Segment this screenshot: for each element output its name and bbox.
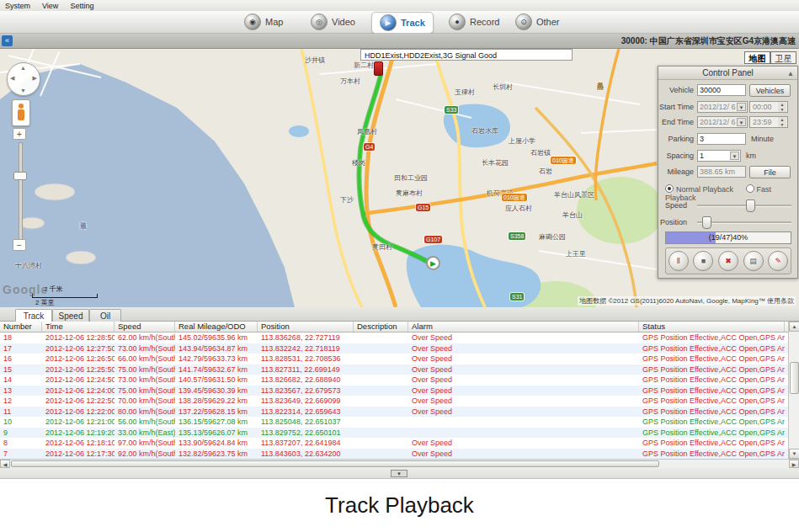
end-date-combo[interactable]: 2012/12/ 6▼ [697, 116, 748, 128]
end-time-spinner[interactable]: 23:59▲▼ [749, 116, 788, 128]
map-button[interactable]: ◉ Map [237, 12, 290, 32]
scroll-right-icon[interactable]: ▶ [789, 460, 799, 468]
column-header-status[interactable]: Status [639, 322, 785, 332]
road-shield: S31 [510, 293, 524, 301]
start-date-combo[interactable]: 2012/12/ 6▼ [697, 101, 748, 113]
zoom-in-button[interactable]: + [13, 128, 26, 140]
cell-description [354, 364, 408, 375]
column-header-description[interactable]: Description [354, 322, 408, 332]
cancel-button[interactable]: ✖ [718, 251, 738, 271]
column-header-speed[interactable]: Speed [115, 322, 175, 332]
table-row[interactable]: 112012-12-06 12:22:0080.00 km/h(South)13… [0, 407, 788, 418]
tab-track[interactable]: Track [15, 309, 52, 322]
chevron-down-icon[interactable]: ▼ [737, 103, 746, 111]
speed-slider-thumb[interactable] [746, 200, 755, 212]
table-row[interactable]: 122012-12-06 12:22:5070.00 km/h(South)13… [0, 396, 788, 407]
table-vertical-scrollbar[interactable]: ▲ ▼ [788, 322, 799, 459]
cell-mileage: 140.57/59631.50 km [175, 375, 258, 386]
map-icon: ◉ [244, 13, 261, 30]
route-start-icon[interactable]: ▶ [426, 256, 440, 270]
scroll-left-icon[interactable]: ◀ [0, 460, 10, 468]
control-panel-title: Control Panel▲ [658, 66, 797, 80]
save-button[interactable]: ▤ [743, 251, 764, 271]
spacing-combo[interactable]: 1▼ [697, 150, 741, 162]
track-button[interactable]: ▶ Track [371, 12, 434, 34]
vehicles-button[interactable]: Vehicles [749, 84, 791, 97]
column-header-time[interactable]: Time [42, 322, 115, 332]
pan-down-icon[interactable]: ▼ [20, 88, 26, 93]
radio-off-icon[interactable] [746, 184, 754, 193]
road-shield: 010国道 [502, 194, 527, 201]
table-row[interactable]: 142012-12-06 12:24:5073.00 km/h(South)14… [0, 375, 788, 386]
pegman-icon[interactable] [12, 99, 30, 126]
vehicle-marker-icon[interactable] [374, 61, 383, 76]
column-header-real-mileage-odo[interactable]: Real Mileage/ODO [175, 322, 258, 332]
parking-input[interactable]: 3 [697, 133, 746, 145]
column-header-position[interactable]: Position [258, 322, 354, 332]
zoom-slider-track[interactable] [19, 142, 23, 240]
pan-up-icon[interactable]: ▲ [20, 65, 26, 71]
edit-button[interactable]: ✎ [768, 251, 788, 271]
chevron-down-icon[interactable]: ▼ [730, 152, 739, 160]
hscroll-thumb[interactable] [11, 460, 659, 467]
spinner-arrows-icon[interactable]: ▲▼ [778, 117, 786, 127]
map-type-map-button[interactable]: 地图 [744, 51, 770, 64]
vehicle-label: Vehicle [658, 86, 694, 94]
stop-button[interactable]: ■ [693, 251, 713, 271]
scroll-up-icon[interactable]: ▲ [789, 322, 799, 332]
tab-oil[interactable]: Oil [89, 309, 121, 322]
menu-setting[interactable]: Setting [70, 2, 93, 10]
cell-position: 113.822314, 22.659643 [258, 407, 354, 418]
pan-left-icon[interactable]: ◀ [10, 75, 14, 82]
table-row[interactable]: 162012-12-06 12:26:5066.00 km/h(South)14… [0, 354, 788, 364]
spinner-arrows-icon[interactable]: ▲▼ [778, 102, 786, 112]
zoom-out-button[interactable]: − [13, 239, 26, 251]
speed-slider-track[interactable] [697, 205, 791, 207]
table-horizontal-scrollbar[interactable]: ◀ ▶ [0, 459, 799, 468]
chevron-down-icon[interactable]: ▼ [737, 118, 746, 126]
map-type-satellite-button[interactable]: 卫星 [770, 51, 796, 64]
record-button[interactable]: ● Record [441, 12, 507, 32]
map-label: 玉律村 [455, 88, 475, 97]
collapse-icon[interactable]: « [2, 35, 13, 46]
scroll-down-icon[interactable]: ▼ [789, 449, 799, 459]
zoom-slider-handle[interactable] [13, 172, 27, 180]
expander-button[interactable]: ▼ [391, 470, 407, 477]
column-header-alarm[interactable]: Alarm [408, 322, 639, 332]
menu-view[interactable]: View [42, 2, 58, 10]
position-slider-thumb[interactable] [702, 216, 711, 229]
menu-system[interactable]: System [5, 2, 30, 10]
vscroll-thumb[interactable] [790, 362, 799, 394]
cell-status: GPS Position Effective,ACC Open,GPS Ante… [639, 364, 785, 375]
map-label: 沙井镇 [305, 56, 325, 65]
table-row[interactable]: 92012-12-06 12:19:2033.00 km/h(East)135.… [0, 428, 788, 439]
file-button[interactable]: File [749, 166, 791, 178]
table-row[interactable]: 152012-12-06 12:25:5075.00 km/h(South)14… [0, 364, 788, 375]
table-row[interactable]: 182012-12-06 12:28:5062.00 km/h(South)14… [0, 332, 788, 343]
cell-status: GPS Position Effective,ACC Open,GPS Ante… [639, 354, 785, 364]
pause-button[interactable]: Ⅱ [668, 251, 689, 271]
table-row[interactable]: 102012-12-06 12:21:0056.00 km/h(Southe13… [0, 417, 788, 428]
position-slider-label: Position [658, 218, 687, 226]
table-row[interactable]: 172012-12-06 12:27:5073.00 km/h(Southw14… [0, 343, 788, 354]
pan-right-icon[interactable]: ▶ [33, 75, 37, 82]
cell-time: 2012-12-06 12:26:50 [42, 354, 115, 364]
tab-speed[interactable]: Speed [52, 309, 89, 322]
column-header-number[interactable]: Number [0, 322, 42, 332]
video-button[interactable]: ◎ Video [303, 12, 363, 32]
start-time-spinner[interactable]: 00:00▲▼ [749, 101, 788, 113]
table-header: NumberTimeSpeedReal Mileage/ODOPositionD… [0, 322, 788, 332]
position-slider-track[interactable] [697, 221, 791, 224]
other-button[interactable]: ⊙ Other [508, 12, 567, 32]
table-row[interactable]: 132012-12-06 12:24:0075.00 km/h(South)13… [0, 386, 788, 396]
vehicle-input[interactable]: 30000 [697, 84, 746, 96]
map-pan-control[interactable]: ▲ ▼ ◀ ▶ [7, 62, 40, 96]
map-label: 黄麻布村 [396, 189, 423, 198]
road-shield: 010国道 [551, 157, 576, 164]
normal-playback-radio[interactable]: Normal Playback [665, 185, 733, 194]
radio-on-icon[interactable] [665, 184, 674, 193]
cell-status: GPS Position Effective,ACC Open,GPS Ante… [639, 438, 785, 449]
table-row[interactable]: 82012-12-06 12:18:1097.00 km/h(Southe133… [0, 438, 788, 449]
table-row[interactable]: 72012-12-06 12:17:3092.00 km/h(Southe132… [0, 449, 788, 460]
collapse-panel-icon[interactable]: ▲ [787, 67, 794, 80]
